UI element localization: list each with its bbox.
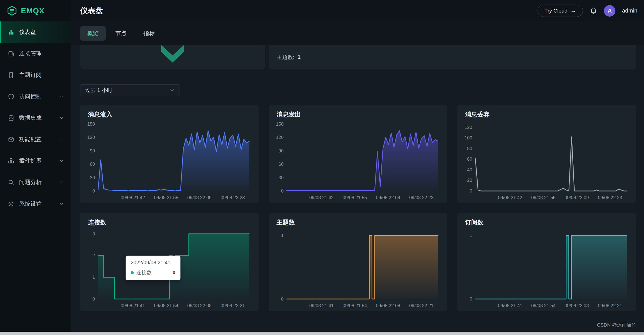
topic-stats-card-partial: 主题数: 1	[269, 45, 636, 69]
chart-canvas[interactable]: 02040608010012009/08 21:4209/08 21:5509/…	[461, 121, 632, 201]
svg-text:09/08 22:21: 09/08 22:21	[409, 303, 433, 308]
chart-tooltip: 2022/09/08 21:41连接数0	[126, 256, 180, 280]
dashboard-icon	[8, 29, 15, 36]
try-cloud-label: Try Cloud	[544, 8, 567, 14]
sidebar-item-feature-config[interactable]: 功能配置	[0, 129, 71, 150]
chart-canvas[interactable]: 0109/08 21:4109/08 21:5409/08 22:0809/08…	[272, 229, 444, 309]
sidebar-item-diagnose[interactable]: 问题分析	[0, 172, 71, 193]
svg-text:09/08 21:41: 09/08 21:41	[309, 303, 334, 308]
svg-text:09/08 22:21: 09/08 22:21	[598, 303, 622, 308]
svg-text:09/08 21:55: 09/08 21:55	[531, 195, 555, 200]
topic-count-label: 主题数:	[277, 54, 294, 61]
gear-icon	[8, 200, 15, 207]
chart-canvas[interactable]: 030609012015009/08 21:4209/08 21:5509/08…	[272, 121, 444, 201]
svg-text:09/08 21:55: 09/08 21:55	[343, 195, 367, 200]
svg-text:120: 120	[276, 135, 284, 140]
chevron-down-icon	[59, 180, 64, 185]
chart-canvas[interactable]: 030609012015009/08 21:4209/08 21:5509/08…	[84, 121, 255, 201]
svg-text:1: 1	[281, 233, 284, 238]
chart-card-messages-in: 消息流入 030609012015009/08 21:4209/08 21:55…	[80, 105, 259, 203]
svg-text:90: 90	[278, 148, 284, 153]
sidebar-item-data-integration[interactable]: 数据集成	[0, 107, 71, 129]
svg-text:0: 0	[470, 296, 472, 302]
svg-text:09/08 21:42: 09/08 21:42	[309, 195, 334, 200]
svg-text:09/08 21:42: 09/08 21:42	[121, 195, 145, 200]
svg-text:0: 0	[92, 296, 95, 302]
sidebar-item-access-control[interactable]: 访问控制	[0, 86, 71, 107]
page-title: 仪表盘	[80, 6, 103, 16]
topbar: 仪表盘 Try Cloud → A admin	[71, 0, 644, 21]
chart-card-messages-dropped: 消息丢弃 02040608010012009/08 21:4209/08 21:…	[457, 105, 636, 203]
sidebar-item-subscriptions[interactable]: 主题订阅	[0, 64, 71, 86]
dashboard-tabs: 概览 节点 指标	[71, 21, 644, 45]
svg-text:09/08 22:08: 09/08 22:08	[376, 303, 400, 308]
chart-title: 消息流入	[88, 110, 112, 118]
shield-icon	[8, 93, 15, 100]
svg-text:0: 0	[281, 188, 284, 194]
svg-text:09/08 22:23: 09/08 22:23	[221, 195, 245, 200]
emqx-logo-icon	[7, 5, 17, 16]
bell-icon[interactable]	[590, 7, 597, 15]
svg-text:09/08 22:23: 09/08 22:23	[598, 195, 622, 200]
svg-text:80: 80	[467, 146, 472, 151]
chart-title: 连接数	[88, 218, 106, 226]
svg-text:09/08 22:09: 09/08 22:09	[376, 195, 400, 200]
sidebar-item-dashboard[interactable]: 仪表盘	[0, 21, 71, 43]
chevron-down-icon	[59, 115, 64, 121]
svg-text:120: 120	[87, 135, 95, 140]
chart-canvas[interactable]: 0109/08 21:4109/08 21:5409/08 22:0809/08…	[461, 229, 632, 309]
svg-text:100: 100	[465, 135, 472, 140]
magnifier-icon	[8, 179, 15, 186]
svg-text:90: 90	[90, 148, 95, 153]
svg-text:09/08 21:41: 09/08 21:41	[498, 303, 522, 308]
database-icon	[8, 115, 15, 122]
svg-text:09/08 22:21: 09/08 22:21	[221, 303, 245, 308]
horizontal-scrollbar[interactable]	[0, 332, 644, 335]
tab-overview[interactable]: 概览	[80, 26, 106, 41]
user-avatar[interactable]: A	[604, 5, 615, 17]
chart-card-subscriptions: 订阅数 0109/08 21:4109/08 21:5409/08 22:080…	[457, 213, 636, 311]
chart-card-connections: 连接数 012309/08 21:4109/08 21:5409/08 22:0…	[80, 213, 259, 311]
svg-text:0: 0	[92, 188, 95, 194]
svg-text:3: 3	[92, 231, 95, 236]
chart-title: 消息丢弃	[465, 110, 490, 118]
svg-text:60: 60	[90, 162, 95, 167]
svg-text:0: 0	[281, 296, 284, 302]
sidebar: EMQX 仪表盘 连接管理 主题订阅 访问控制 数据集成 功能配置 插件扩展 问…	[0, 0, 71, 335]
flow-arrow-down-icon	[161, 45, 184, 64]
chart-title: 主题数	[276, 218, 295, 226]
svg-text:09/08 22:09: 09/08 22:09	[187, 195, 212, 200]
tooltip-date: 2022/09/08 21:41	[131, 260, 175, 266]
svg-text:60: 60	[278, 162, 284, 167]
chevron-down-icon	[59, 94, 64, 99]
tab-nodes[interactable]: 节点	[108, 26, 134, 41]
svg-text:09/08 22:09: 09/08 22:09	[565, 195, 589, 200]
chart-card-topics: 主题数 0109/08 21:4109/08 21:5409/08 22:080…	[269, 213, 447, 311]
svg-text:09/08 21:41: 09/08 21:41	[121, 303, 145, 308]
chart-title: 订阅数	[465, 218, 483, 226]
sidebar-item-system-settings[interactable]: 系统设置	[0, 193, 71, 214]
svg-text:09/08 21:54: 09/08 21:54	[343, 303, 367, 308]
svg-text:09/08 22:08: 09/08 22:08	[565, 303, 589, 308]
node-flow-card-partial	[80, 45, 265, 69]
svg-text:120: 120	[465, 125, 472, 130]
chart-title: 消息发出	[276, 110, 301, 118]
svg-text:1: 1	[470, 233, 472, 238]
try-cloud-button[interactable]: Try Cloud →	[538, 5, 583, 17]
topics-icon	[8, 72, 15, 79]
blocks-icon	[8, 158, 15, 164]
sidebar-item-connections[interactable]: 连接管理	[0, 43, 71, 64]
main-content: 主题数: 1 过去 1 小时 消息流入 030609012015009/08 2…	[71, 45, 644, 335]
svg-text:30: 30	[90, 175, 95, 180]
watermark: CSDN @沐雨潇竹	[597, 322, 636, 328]
svg-text:2: 2	[92, 253, 95, 258]
tooltip-series-label: 连接数	[136, 269, 152, 276]
brand[interactable]: EMQX	[0, 0, 71, 21]
svg-text:60: 60	[467, 157, 472, 162]
sidebar-item-plugin-extension[interactable]: 插件扩展	[0, 150, 71, 172]
tab-metrics[interactable]: 指标	[136, 26, 162, 41]
svg-text:09/08 21:42: 09/08 21:42	[498, 195, 522, 200]
svg-text:150: 150	[276, 122, 284, 127]
svg-text:1: 1	[92, 275, 95, 280]
time-range-select[interactable]: 过去 1 小时	[80, 84, 179, 96]
